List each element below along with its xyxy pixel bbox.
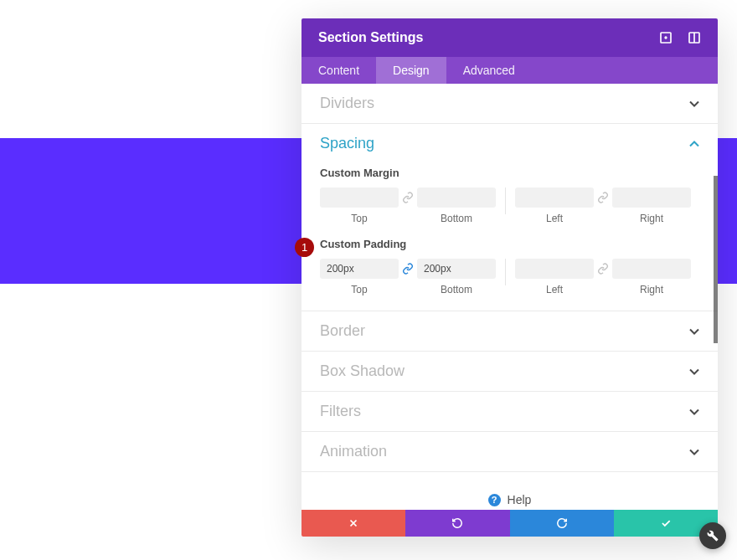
accordion-title: Spacing [320, 135, 374, 152]
accordion-border: Border [302, 311, 718, 352]
tab-content[interactable]: Content [302, 57, 376, 84]
tab-advanced[interactable]: Advanced [446, 57, 532, 84]
chevron-down-icon [689, 99, 699, 109]
tabs-row: Content Design Advanced [302, 57, 718, 84]
page-title: Section Settings [318, 30, 423, 45]
help-label: Help [508, 493, 532, 506]
accordion-filters: Filters [302, 392, 718, 432]
label-bottom: Bottom [441, 284, 472, 295]
padding-top-cell: Top [320, 259, 399, 295]
accordion-spacing: Spacing Custom Margin Top [302, 124, 718, 311]
link-icon[interactable] [594, 188, 612, 208]
accordion-box-shadow: Box Shadow [302, 352, 718, 392]
accordion-header-filters[interactable]: Filters [302, 392, 718, 431]
margin-right-input[interactable] [612, 188, 691, 208]
floating-settings-button[interactable] [699, 522, 726, 549]
accordion-title: Box Shadow [320, 362, 405, 380]
accordion-header-animation[interactable]: Animation [302, 432, 718, 471]
padding-bottom-input[interactable] [417, 259, 496, 279]
margin-grid: Top Bottom Left [320, 188, 699, 224]
accordion-dividers: Dividers [302, 84, 718, 124]
scrollbar[interactable] [714, 176, 718, 343]
vertical-separator [505, 188, 506, 214]
help-icon: ? [488, 494, 501, 506]
padding-right-input[interactable] [612, 259, 691, 279]
label-left: Left [546, 284, 563, 295]
padding-top-input[interactable] [320, 259, 399, 279]
accordion-header-dividers[interactable]: Dividers [302, 84, 718, 123]
margin-bottom-input[interactable] [417, 188, 496, 208]
padding-left-input[interactable] [515, 259, 594, 279]
chevron-down-icon [689, 407, 699, 417]
custom-padding-label: Custom Padding [320, 238, 699, 250]
chevron-down-icon [689, 367, 699, 377]
section-settings-panel: Section Settings Content Design Advanced… [302, 18, 718, 537]
label-right: Right [640, 284, 663, 295]
panel-footer [302, 510, 718, 537]
label-top: Top [351, 284, 367, 295]
tab-design[interactable]: Design [376, 57, 446, 84]
accordion-title: Animation [320, 443, 387, 460]
margin-top-cell: Top [320, 188, 399, 224]
label-top: Top [351, 213, 367, 224]
margin-right-cell: Right [612, 188, 691, 224]
padding-bottom-cell: Bottom [417, 259, 496, 295]
margin-left-cell: Left [515, 188, 594, 224]
undo-button[interactable] [405, 510, 509, 537]
padding-grid: Top Bottom Left [320, 259, 699, 295]
label-right: Right [640, 213, 663, 224]
margin-bottom-cell: Bottom [417, 188, 496, 224]
label-bottom: Bottom [441, 213, 472, 224]
panel-body: Dividers Spacing Custom Margin Top [302, 84, 718, 510]
accordion-animation: Animation [302, 432, 718, 472]
spacing-content: Custom Margin Top Bottom [302, 167, 718, 311]
cancel-button[interactable] [302, 510, 405, 537]
link-icon[interactable] [399, 259, 417, 279]
accordion-header-spacing[interactable]: Spacing [302, 124, 718, 163]
custom-margin-label: Custom Margin [320, 167, 699, 179]
chevron-up-icon [689, 139, 699, 149]
header-actions [659, 31, 701, 44]
columns-icon[interactable] [688, 31, 701, 44]
padding-right-cell: Right [612, 259, 691, 295]
vertical-separator [505, 259, 506, 285]
label-left: Left [546, 213, 563, 224]
accordion-header-border[interactable]: Border [302, 311, 718, 351]
link-icon[interactable] [399, 188, 417, 208]
margin-left-input[interactable] [515, 188, 594, 208]
link-icon[interactable] [594, 259, 612, 279]
step-marker-badge: 1 [295, 238, 314, 257]
accordion-title: Dividers [320, 95, 374, 112]
focus-icon[interactable] [659, 31, 673, 44]
panel-header: Section Settings [302, 18, 718, 57]
accordion-title: Border [320, 322, 365, 340]
margin-top-input[interactable] [320, 188, 399, 208]
accordion-header-box-shadow[interactable]: Box Shadow [302, 352, 718, 391]
padding-left-cell: Left [515, 259, 594, 295]
svg-point-1 [664, 36, 667, 39]
chevron-down-icon [689, 447, 699, 457]
accordion-title: Filters [320, 403, 361, 420]
chevron-down-icon [689, 326, 699, 337]
redo-button[interactable] [510, 510, 614, 537]
help-row[interactable]: ? Help [302, 472, 718, 510]
